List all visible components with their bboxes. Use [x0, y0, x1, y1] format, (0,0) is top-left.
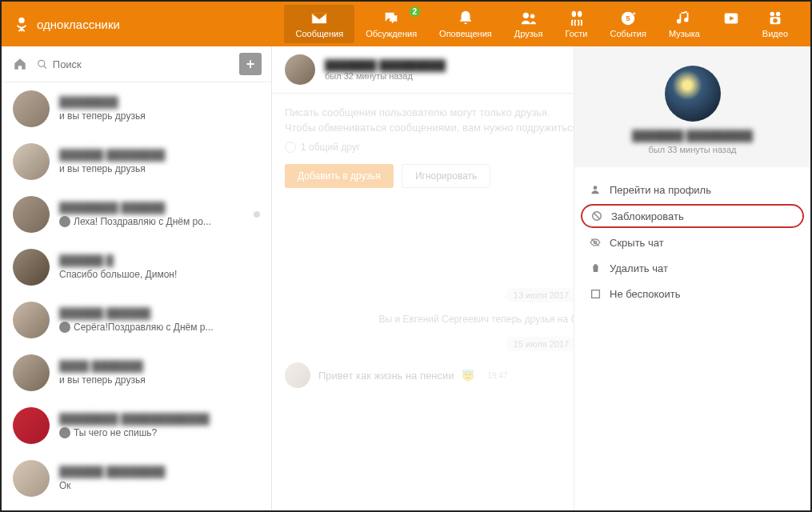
home-button[interactable]	[11, 55, 29, 73]
svg-rect-20	[591, 290, 599, 298]
conversation-pane: ███████ █████████ был 32 минуты назад Пи…	[272, 46, 810, 510]
nav-notifications[interactable]: Оповещения	[428, 5, 503, 43]
svg-point-17	[594, 186, 598, 190]
trash-icon	[589, 262, 602, 274]
dnd-item[interactable]: Не беспокоить	[574, 281, 810, 306]
chat-name: ████████ ██████	[59, 202, 244, 214]
search-input[interactable]	[53, 58, 231, 70]
chat-preview: Ок	[59, 480, 260, 491]
hide-icon	[589, 236, 602, 249]
chat-item[interactable]: ████████ ████████████Ты чего не спишь?	[2, 399, 271, 452]
conversation-title[interactable]: ███████ █████████	[325, 59, 446, 71]
chat-avatar	[13, 90, 50, 127]
svg-point-11	[773, 18, 778, 23]
chat-avatar	[13, 143, 50, 180]
chat-avatar	[13, 354, 50, 391]
nav-friends[interactable]: Друзья	[503, 5, 554, 43]
panel-user-status: был 33 минуты назад	[587, 145, 798, 154]
svg-point-2	[530, 14, 534, 19]
delete-chat-item[interactable]: Удалить чат	[574, 255, 810, 281]
nav-messages[interactable]: Сообщения	[284, 5, 354, 43]
mini-avatar	[59, 216, 70, 227]
sidebar: + ████████и вы теперь друзья██████ █████…	[2, 46, 272, 510]
new-chat-button[interactable]: +	[239, 53, 262, 75]
block-icon	[590, 210, 603, 222]
chat-avatar	[13, 460, 50, 497]
chat-item[interactable]: ████ ███████и вы теперь друзья	[2, 346, 271, 399]
svg-point-3	[571, 11, 576, 17]
panel-user-name[interactable]: ███████ █████████	[587, 130, 798, 142]
chat-name: ██████ ████████	[59, 466, 260, 478]
svg-point-9	[776, 12, 781, 17]
chat-preview: и вы теперь друзья	[59, 110, 260, 122]
chat-item[interactable]: ████████ ██████Леха! Поздравляю с Днём р…	[2, 188, 271, 241]
chat-avatar	[13, 196, 50, 233]
chat-preview: и вы теперь друзья	[59, 374, 260, 386]
nav-music[interactable]: Музыка	[658, 5, 711, 43]
chat-list: ████████и вы теперь друзья██████ ███████…	[2, 82, 271, 510]
nav-events[interactable]: 5 События	[599, 5, 658, 43]
svg-point-1	[522, 13, 528, 18]
chat-name: ████████	[59, 96, 260, 108]
logo[interactable]: одноклассники	[13, 15, 120, 33]
chat-item[interactable]: ████████и вы теперь друзья	[2, 82, 271, 135]
top-nav: одноклассники Сообщения 2 Обсуждения Опо…	[2, 2, 810, 46]
chat-avatar	[13, 249, 50, 286]
mini-avatar	[59, 427, 70, 438]
chat-preview: Спасибо большое, Димон!	[59, 269, 260, 280]
mini-avatar	[59, 322, 70, 333]
chat-avatar	[13, 302, 50, 338]
search-wrap[interactable]	[37, 58, 231, 70]
svg-text:5: 5	[626, 14, 630, 22]
chat-preview: Леха! Поздравляю с Днём ро...	[59, 216, 244, 227]
block-user-item[interactable]: Заблокировать	[581, 204, 804, 228]
chat-name: ██████ ████████	[59, 149, 260, 161]
chat-item[interactable]: ██████ ████████Ок	[2, 452, 271, 505]
nav-discussions[interactable]: 2 Обсуждения	[354, 5, 428, 43]
goto-profile-item[interactable]: Перейти на профиль	[574, 177, 810, 202]
person-icon	[589, 183, 602, 196]
nav-guests[interactable]: Гости	[554, 5, 598, 43]
svg-point-0	[18, 18, 24, 23]
chat-item[interactable]: ██████ █Спасибо большое, Димон!	[2, 241, 271, 294]
conversation-status: был 32 минуты назад	[325, 71, 446, 81]
chat-name: ████ ███████	[59, 360, 260, 372]
svg-point-4	[577, 11, 582, 17]
nav-video[interactable]: Видео	[751, 5, 799, 43]
search-icon	[37, 58, 48, 70]
nav-video-play[interactable]	[711, 5, 751, 43]
chat-preview: Ты чего не спишь?	[59, 427, 260, 438]
unread-indicator	[254, 211, 260, 218]
svg-point-8	[770, 12, 775, 17]
user-info-panel: ███████ █████████ был 33 минуты назад Пе…	[574, 46, 810, 510]
chat-name: ██████ ██████	[59, 307, 260, 319]
chat-preview: и вы теперь друзья	[59, 163, 260, 174]
chat-name: ██████ █	[59, 254, 260, 266]
chat-avatar	[13, 407, 50, 444]
chat-item[interactable]: ██████ ██████Серёга!Поздравляю с Днём р.…	[2, 294, 271, 346]
panel-avatar[interactable]	[665, 66, 721, 122]
hide-chat-item[interactable]: Скрыть чат	[574, 230, 810, 255]
svg-point-12	[38, 60, 45, 66]
chat-preview: Серёга!Поздравляю с Днём р...	[59, 322, 260, 333]
chat-name: ████████ ████████████	[59, 413, 260, 425]
brand-text: одноклассники	[37, 18, 120, 31]
square-icon	[589, 287, 602, 300]
chat-item[interactable]: ██████ ████████и вы теперь друзья	[2, 135, 271, 188]
conversation-avatar[interactable]	[285, 54, 315, 85]
discussions-badge: 2	[410, 6, 421, 17]
